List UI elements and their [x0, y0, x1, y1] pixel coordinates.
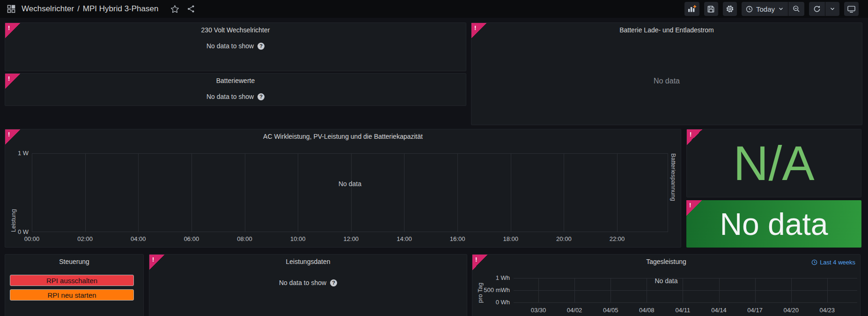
y-axis-label-right: Batteriespannung	[670, 153, 677, 232]
save-dashboard-button[interactable]	[704, 2, 718, 16]
refresh-icon	[813, 5, 821, 13]
x-tick-label: 02:00	[77, 236, 93, 242]
gridline	[404, 153, 405, 232]
panel-error-corner[interactable]: !	[472, 255, 488, 270]
panel-error-corner[interactable]: !	[471, 23, 487, 38]
x-tick-label: 18:00	[503, 236, 518, 242]
gear-icon	[726, 5, 734, 13]
no-data-text: No data	[32, 180, 668, 188]
error-icon: !	[8, 24, 10, 31]
error-icon: !	[152, 256, 154, 263]
error-icon: !	[475, 256, 477, 263]
kiosk-mode-button[interactable]	[844, 2, 859, 16]
add-panel-button[interactable]	[684, 2, 699, 16]
no-data-text: No data	[654, 77, 680, 85]
panel-230v-wechselrichter: ! 230 Volt Wechselrichter No data to sho…	[5, 23, 466, 71]
panel-title[interactable]: AC Wirkleistung, PV-Leistung und die Bat…	[5, 129, 681, 143]
zoom-out-icon	[793, 5, 800, 13]
clock-icon	[746, 6, 753, 13]
help-icon[interactable]: ?	[330, 279, 337, 286]
y-tick-label: 0 W	[5, 229, 29, 235]
panel-title[interactable]: 230 Volt Wechselrichter	[5, 23, 466, 37]
x-tick-label: 20:00	[556, 236, 572, 242]
x-tick-label: 06:00	[184, 236, 199, 242]
save-icon	[707, 5, 715, 13]
gridline	[191, 153, 192, 232]
panel-tagesleistung-chart: ! Tagesleistung Last 4 weeks 1 Wh500 mWh…	[472, 254, 861, 316]
breadcrumb-separator: /	[77, 4, 80, 14]
x-tick-label: 04/02	[567, 307, 582, 314]
apps-grid-icon[interactable]	[7, 4, 16, 14]
no-data-text: No data to show	[206, 93, 254, 100]
panel-error-corner[interactable]: !	[686, 200, 702, 216]
gridline	[245, 153, 245, 232]
panel-error-corner[interactable]: !	[687, 129, 702, 145]
x-tick-label: 04/20	[783, 307, 799, 314]
panel-status-stat: ! No data	[686, 200, 861, 248]
x-tick-label: 04/23	[820, 307, 835, 314]
refresh-interval-button[interactable]	[825, 2, 839, 16]
x-tick-label: 04/08	[639, 307, 655, 314]
gridline	[511, 153, 511, 232]
x-tick-label: 08:00	[237, 236, 252, 242]
rpi-shutdown-button[interactable]: RPI ausschalten	[10, 275, 134, 286]
time-override-link[interactable]: Last 4 weeks	[811, 259, 855, 266]
error-icon: !	[689, 202, 691, 209]
panel-title[interactable]: Steuerung	[5, 255, 143, 269]
no-data-row: No data to show ?	[5, 93, 466, 100]
gridline	[617, 153, 618, 232]
time-override-label: Last 4 weeks	[820, 259, 855, 266]
gridline	[32, 153, 32, 232]
x-tick-label: 04/14	[711, 307, 727, 314]
add-panel-icon	[687, 5, 697, 13]
panel-leistungsdaten: ! Leistungsdaten No data to show ?	[149, 254, 467, 316]
zoom-out-button[interactable]	[788, 2, 804, 16]
x-tick-label: 04:00	[131, 236, 146, 242]
chart-plot-area[interactable]	[32, 153, 668, 232]
gridline	[564, 153, 564, 232]
x-tick-label: 04/17	[747, 307, 763, 314]
monitor-icon	[847, 5, 856, 13]
no-data-row: No data to show ?	[149, 279, 467, 286]
x-tick-label: 10:00	[290, 236, 306, 242]
panel-title[interactable]: Tagesleistung	[472, 255, 860, 269]
top-navbar: Wechselrichter / MPI Hybrid 3-Phasen	[0, 0, 868, 18]
error-icon: !	[8, 131, 10, 138]
star-icon[interactable]	[170, 5, 179, 14]
x-tick-label: 16:00	[450, 236, 465, 242]
panel-title[interactable]: Batteriewerte	[5, 74, 466, 88]
breadcrumb-folder[interactable]: Wechselrichter	[22, 4, 74, 14]
refresh-button[interactable]	[809, 2, 825, 16]
x-tick-label: 14:00	[397, 236, 412, 242]
panel-batterie-ladestrom: ! Batterie Lade- und Entladestrom No dat…	[471, 23, 862, 125]
no-data-text: No data to show	[206, 42, 254, 50]
breadcrumb-dashboard[interactable]: MPI Hybrid 3-Phasen	[83, 4, 159, 14]
time-range-button[interactable]: Today	[742, 2, 788, 16]
x-tick-label: 04/05	[603, 307, 618, 314]
help-icon[interactable]: ?	[257, 43, 265, 50]
x-tick-label: 22:00	[610, 236, 625, 242]
error-icon: !	[474, 24, 476, 31]
no-data-text: No data	[472, 277, 860, 285]
panel-title[interactable]: Leistungsdaten	[149, 255, 467, 269]
panel-error-corner[interactable]: !	[5, 23, 21, 38]
gridline	[138, 153, 139, 232]
share-icon[interactable]	[187, 5, 195, 13]
panel-error-corner[interactable]: !	[5, 129, 21, 145]
panel-error-corner[interactable]: !	[5, 74, 21, 89]
help-icon[interactable]: ?	[257, 93, 265, 100]
panel-title[interactable]: Batterie Lade- und Entladestrom	[471, 23, 862, 37]
x-tick-label: 04/11	[676, 307, 691, 314]
no-data-text: No data to show	[279, 279, 326, 286]
rpi-restart-button[interactable]: RPI neu starten	[10, 289, 134, 301]
time-range-label: Today	[756, 5, 775, 13]
gridline	[514, 290, 857, 291]
dashboard-settings-button[interactable]	[723, 2, 737, 16]
panel-error-corner[interactable]: !	[149, 255, 165, 270]
x-tick-label: 00:00	[24, 236, 40, 242]
refresh-group	[809, 2, 839, 16]
panel-batteriewerte: ! Batteriewerte No data to show ?	[5, 73, 466, 106]
stat-value: No data	[686, 200, 861, 248]
no-data-row: No data to show ?	[5, 42, 466, 50]
x-tick-label: 12:00	[344, 236, 359, 242]
